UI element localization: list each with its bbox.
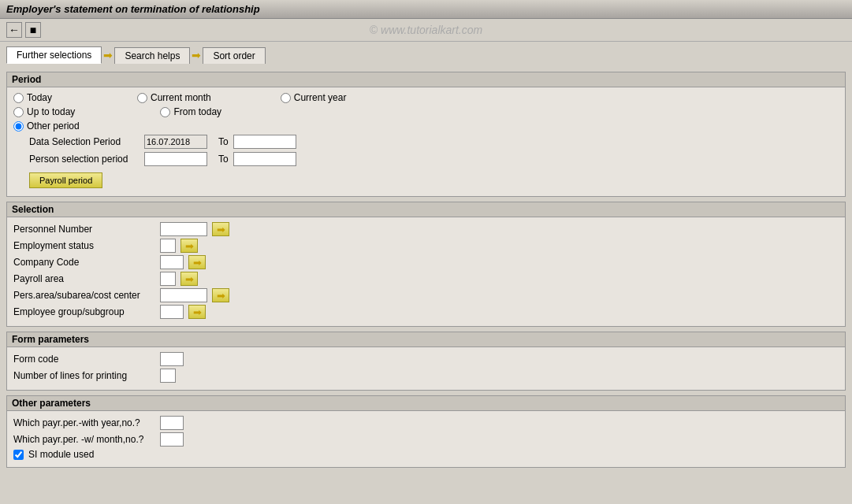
- payroll-area-arrow-btn[interactable]: ➡: [180, 272, 198, 286]
- toolbar: ← ■ © www.tutorialkart.com: [0, 19, 852, 42]
- radio-up-to-today-label: Up to today: [27, 106, 75, 117]
- company-code-input[interactable]: [160, 255, 184, 269]
- personnel-number-label: Personnel Number: [13, 224, 155, 235]
- tab-search-helps[interactable]: Search helps: [114, 47, 190, 64]
- pers-area-input[interactable]: [160, 288, 207, 302]
- which-payr-year-input[interactable]: [160, 416, 184, 430]
- number-lines-label: Number of lines for printing: [13, 370, 155, 381]
- employment-status-input[interactable]: [160, 239, 176, 253]
- back-icon[interactable]: ←: [6, 22, 22, 38]
- data-selection-period-to-input[interactable]: [233, 135, 296, 149]
- company-code-arrow-btn[interactable]: ➡: [188, 255, 206, 269]
- which-payr-year-label: Which payr.per.-with year,no.?: [13, 417, 155, 428]
- form-code-input[interactable]: [160, 352, 184, 366]
- form-code-label: Form code: [13, 354, 155, 365]
- si-module-checkbox[interactable]: [13, 450, 24, 460]
- radio-today[interactable]: [13, 93, 24, 103]
- form-parameters-header: Form parameters: [7, 332, 845, 347]
- payroll-area-input[interactable]: [160, 272, 176, 286]
- tab-search-helps-label: Search helps: [125, 50, 180, 61]
- data-selection-period-label: Data Selection Period: [29, 136, 140, 147]
- tab-further-selections-label: Further selections: [17, 50, 91, 61]
- tab-bar: Further selections ➡ Search helps ➡ Sort…: [0, 42, 852, 69]
- selection-header: Selection: [7, 202, 845, 217]
- radio-current-year[interactable]: [281, 93, 291, 103]
- tab-further-selections[interactable]: Further selections: [6, 46, 102, 64]
- person-selection-period-label: Person selection period: [29, 154, 140, 165]
- radio-from-today[interactable]: [160, 107, 170, 117]
- data-selection-period-input[interactable]: [144, 135, 207, 149]
- si-module-label: SI module used: [28, 449, 94, 460]
- radio-other-period-label: Other period: [27, 120, 80, 132]
- pers-area-arrow-btn[interactable]: ➡: [212, 288, 229, 302]
- employment-status-arrow-btn[interactable]: ➡: [180, 239, 198, 253]
- radio-other-period[interactable]: [13, 121, 24, 132]
- radio-from-today-label: From today: [173, 106, 221, 117]
- personnel-number-input[interactable]: [160, 222, 207, 236]
- tab-sort-order-label: Sort order: [213, 50, 255, 61]
- data-selection-to-label: To: [218, 136, 229, 147]
- radio-current-year-label: Current year: [294, 92, 347, 103]
- payroll-area-label: Payroll area: [13, 273, 155, 284]
- which-payr-month-input[interactable]: [160, 432, 184, 447]
- title-bar: Employer's statement on termination of r…: [0, 0, 852, 19]
- employment-status-label: Employment status: [13, 240, 155, 251]
- person-selection-to-label: To: [218, 154, 229, 165]
- person-selection-period-input[interactable]: [144, 152, 207, 166]
- period-header: Period: [7, 72, 845, 87]
- payroll-period-button[interactable]: Payroll period: [29, 172, 102, 188]
- number-lines-input[interactable]: [160, 369, 176, 383]
- tab-arrow-1: ➡: [103, 49, 113, 61]
- company-code-label: Company Code: [13, 257, 155, 268]
- employee-group-input[interactable]: [160, 305, 184, 319]
- selection-section: Selection Personnel Number ➡ Employment …: [6, 202, 846, 327]
- other-parameters-section: Other parameters Which payr.per.-with ye…: [6, 395, 846, 468]
- radio-current-month-label: Current month: [151, 92, 211, 103]
- which-payr-month-label: Which payr.per. -w/ month,no.?: [13, 434, 155, 445]
- tab-arrow-2: ➡: [192, 49, 201, 61]
- employee-group-arrow-btn[interactable]: ➡: [188, 305, 206, 319]
- watermark: © www.tutorialkart.com: [370, 24, 482, 36]
- form-parameters-section: Form parameters Form code Number of line…: [6, 332, 846, 391]
- radio-up-to-today[interactable]: [13, 107, 24, 117]
- execute-icon[interactable]: ■: [25, 22, 41, 38]
- personnel-number-arrow-btn[interactable]: ➡: [212, 222, 229, 236]
- person-selection-period-to-input[interactable]: [233, 152, 296, 166]
- radio-current-month[interactable]: [137, 93, 147, 103]
- pers-area-label: Pers.area/subarea/cost center: [13, 290, 155, 301]
- other-parameters-header: Other parameters: [7, 396, 845, 411]
- tab-sort-order[interactable]: Sort order: [203, 47, 265, 64]
- period-section: Period Today Current month Current year: [6, 72, 846, 197]
- radio-today-label: Today: [27, 92, 52, 103]
- employee-group-label: Employee group/subgroup: [13, 306, 155, 317]
